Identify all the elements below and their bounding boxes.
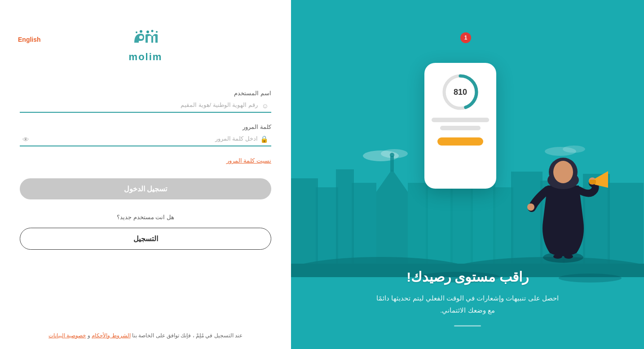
svg-marker-15: [376, 169, 408, 192]
phone-action-button: [437, 137, 483, 146]
svg-point-5: [136, 31, 137, 33]
logo-container: molim: [125, 25, 166, 63]
right-panel-title: راقب مستوى رصيدك!: [376, 269, 559, 285]
terms-text: عند التسجيل في مُلِمْ ، فإنك توافق على ا…: [18, 331, 273, 340]
password-field-group: كلمة المرور 🔒 👁: [20, 124, 271, 146]
svg-point-0: [139, 35, 143, 39]
password-label: كلمة المرور: [20, 124, 271, 130]
left-panel: English molim اسم المستخدم: [0, 0, 291, 349]
svg-point-7: [381, 149, 408, 158]
login-form: اسم المستخدم ☺ كلمة المرور 🔒 👁 نسيت كلمة…: [20, 90, 271, 261]
notification-badge: 1: [460, 32, 471, 43]
terms-connector: و: [86, 332, 90, 339]
svg-point-17: [390, 153, 394, 157]
svg-point-41: [527, 203, 534, 211]
woman-illustration: [518, 132, 608, 268]
right-divider: [454, 325, 481, 327]
login-button[interactable]: تسجيل الدخول: [20, 178, 271, 199]
password-input[interactable]: [20, 133, 271, 144]
logo-text: molim: [125, 51, 166, 63]
phone-line-1: [432, 118, 489, 122]
svg-point-4: [140, 30, 142, 33]
eye-icon[interactable]: 👁: [22, 136, 29, 143]
right-panel-subtitle: احصل على تنبيهات وإشعارات في الوقت الفعل…: [376, 292, 559, 316]
gauge-number: 810: [454, 88, 467, 97]
svg-point-38: [553, 161, 573, 183]
privacy-link[interactable]: خصوصية البيانات: [49, 332, 86, 339]
phone-line-2: [440, 126, 481, 130]
register-button[interactable]: التسجيل: [20, 228, 271, 250]
new-user-prompt: هل انت مستخدم جديد؟: [20, 214, 271, 221]
right-bottom-text: راقب مستوى رصيدك! احصل على تنبيهات وإشعا…: [349, 269, 586, 327]
svg-point-3: [156, 31, 158, 33]
language-switch[interactable]: English: [18, 36, 41, 43]
username-label: اسم المستخدم: [20, 90, 271, 97]
svg-point-1: [146, 31, 149, 33]
user-icon: ☺: [262, 102, 269, 110]
lock-icon: 🔒: [260, 135, 269, 143]
username-input[interactable]: [20, 99, 271, 110]
woman-svg: [518, 132, 608, 266]
svg-point-2: [151, 30, 154, 32]
terms-prefix: عند التسجيل في مُلِمْ ، فإنك توافق على ا…: [131, 332, 243, 339]
username-input-wrapper: ☺: [20, 99, 271, 113]
phone-gauge: 810: [440, 72, 481, 112]
forgot-password-link[interactable]: نسيت كلمة المرور: [20, 157, 271, 164]
password-input-wrapper: 🔒 👁: [20, 133, 271, 146]
username-field-group: اسم المستخدم ☺: [20, 90, 271, 113]
svg-rect-40: [589, 180, 596, 184]
terms-link[interactable]: الشروط والأحكام: [92, 332, 130, 339]
svg-rect-16: [390, 156, 394, 172]
phone-mockup: 810: [424, 63, 496, 189]
logo-icon: [125, 25, 166, 49]
right-panel: 1 810: [291, 0, 644, 349]
